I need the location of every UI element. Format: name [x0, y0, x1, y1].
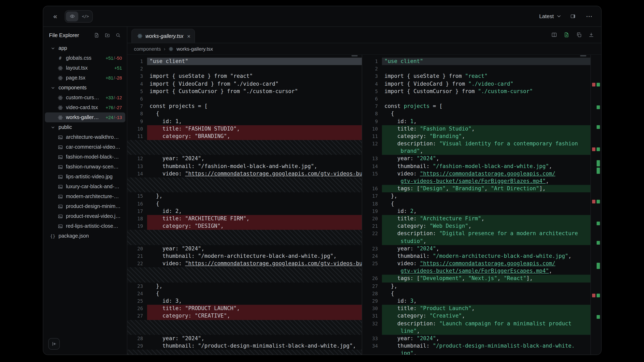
line-number: [362, 328, 382, 335]
code-line: 17 },: [362, 193, 590, 200]
collapse-panel-button[interactable]: «: [50, 11, 60, 22]
diff-editor: 1"use client"23import { useState } from …: [127, 54, 601, 355]
tree-file-page.tsx[interactable]: page.tsx+81/-28: [45, 73, 125, 83]
ruler-addition-mark: [596, 168, 600, 174]
image-icon: [57, 154, 63, 160]
line-number: 4: [127, 80, 147, 87]
tree-folder-components[interactable]: components: [45, 83, 125, 93]
code-line: jpg",: [362, 350, 590, 355]
tree-file-fashion-model-black-[interactable]: fashion-model-black-…: [45, 152, 125, 162]
line-number: 10: [127, 125, 147, 132]
tree-file-luxury-car-black-and-[interactable]: luxury-car-black-and-…: [45, 182, 125, 192]
code-line: 20 year: "2024",: [127, 245, 362, 252]
copy-file-button[interactable]: [574, 30, 584, 40]
version-dropdown[interactable]: Latest: [539, 13, 562, 19]
line-number: 17: [362, 193, 382, 200]
new-file-button[interactable]: [92, 30, 101, 40]
file-explorer-title: File Explorer: [49, 32, 79, 38]
tree-file-product-design-minim[interactable]: product-design-minim…: [45, 201, 125, 211]
close-tab-icon[interactable]: ×: [187, 33, 190, 39]
added-code-line: 31 category: "Creative",: [362, 312, 590, 320]
code-line: 9 id: 1,: [127, 118, 362, 125]
file-name: fashion-runway-scen…: [66, 164, 119, 170]
original-code: 1"use client"23import { useState } from …: [127, 55, 362, 355]
ruler-deletion-mark: [592, 147, 596, 151]
line-number: 27: [362, 282, 382, 290]
view-toggle: </>: [65, 10, 93, 22]
line-number: 2: [127, 65, 147, 72]
ruler-addition-mark: [596, 147, 600, 151]
new-folder-button[interactable]: [102, 30, 112, 40]
code-toggle-button[interactable]: </>: [79, 11, 92, 21]
react-icon: [57, 75, 63, 81]
collapsed-region: [127, 140, 362, 155]
diff-pane-modified: 1"use client"23import { useState } from …: [362, 55, 590, 355]
code-line: 3import { useState } from "react": [362, 73, 590, 80]
line-number: 15: [362, 170, 382, 177]
preview-toggle-button[interactable]: [66, 11, 78, 21]
line-number: 7: [362, 102, 382, 110]
code-line: 23 year: "2024",: [362, 245, 590, 252]
tree-file-architecture-walkthro[interactable]: architecture-walkthro…: [45, 132, 125, 142]
tab-works-gallery[interactable]: works-gallery.tsx ×: [132, 29, 195, 43]
line-number: 14: [127, 170, 147, 177]
ruler-deletion-mark: [592, 200, 596, 203]
tree-file-red-lips-artistic-close[interactable]: red-lips-artistic-close…: [45, 221, 125, 231]
collapsed-region: [127, 268, 362, 283]
code-icon: </>: [82, 14, 88, 18]
breadcrumb-folder[interactable]: components: [134, 46, 161, 52]
tree-file-fashion-runway-scen[interactable]: fashion-runway-scen…: [45, 162, 125, 172]
split-view-button[interactable]: [549, 30, 559, 40]
download-file-button[interactable]: [586, 30, 596, 40]
line-number: 16: [127, 200, 147, 207]
line-number: 11: [362, 133, 382, 140]
diff-stats: +81/-28: [103, 75, 122, 80]
ruler-addition-mark: [596, 125, 600, 129]
collapse-sidebar-button[interactable]: [48, 338, 60, 350]
braces-icon: {}: [50, 233, 56, 239]
search-files-button[interactable]: [113, 30, 123, 40]
tree-file-globals.css[interactable]: #globals.css+51/-50: [45, 53, 125, 63]
tree-file-lips-artistic-video.jpg[interactable]: lips-artistic-video.jpg: [45, 172, 125, 182]
file-name: globals.css: [66, 55, 92, 61]
ruler-addition-mark: [596, 241, 600, 245]
tree-file-custom-curs[interactable]: custom-curs…+33/-12: [45, 93, 125, 102]
line-number: 9: [362, 118, 382, 125]
horizontal-scrollbar-thumb[interactable]: [352, 55, 358, 56]
code-line: 15 video: "https://commondatastorage.goo…: [362, 170, 590, 177]
tree-file-car-commercial-video[interactable]: car-commercial-video…: [45, 142, 125, 152]
tree-folder-public[interactable]: public: [45, 122, 125, 132]
more-options-button[interactable]: ⋯: [584, 11, 594, 22]
removed-code-line: 27 category: "CREATIVE",: [127, 312, 362, 320]
line-number: 26: [127, 305, 147, 312]
ellipsis-icon: ⋯: [586, 13, 592, 19]
code-line: 25 id: 3,: [127, 297, 362, 305]
file-name: modern-architecture-…: [66, 194, 119, 199]
code-line: 24 thumbnail: "/modern-architecture-blac…: [362, 253, 590, 260]
line-number: 23: [362, 245, 382, 252]
diff-view-button[interactable]: [562, 30, 572, 40]
tree-file-layout.tsx[interactable]: layout.tsx+51: [45, 63, 125, 73]
overview-ruler[interactable]: [590, 55, 601, 355]
react-icon: [57, 105, 63, 110]
code-line: 18 {: [362, 200, 590, 207]
panel-layout-button[interactable]: [567, 11, 578, 22]
tree-file-modern-architecture-[interactable]: modern-architecture-…: [45, 192, 125, 201]
tree-file-product-reveal-video.j[interactable]: product-reveal-video.j…: [45, 211, 125, 221]
ruler-deletion-mark: [592, 83, 596, 86]
line-number: 8: [362, 110, 382, 118]
file-name: layout.tsx: [66, 65, 88, 71]
version-label: Latest: [539, 13, 554, 19]
horizontal-scrollbar-thumb[interactable]: [580, 55, 586, 56]
line-number: 1: [127, 58, 147, 65]
tree-file-video-card.tsx[interactable]: video-card.tsx+76/-27: [45, 102, 125, 112]
line-number: [362, 177, 382, 185]
diff-stats: +51/-50: [103, 56, 122, 60]
tree-folder-app[interactable]: app: [45, 43, 125, 53]
code-line: 23 },: [127, 282, 362, 290]
file-name: custom-curs…: [66, 95, 99, 100]
image-icon: [57, 203, 63, 209]
line-number: 13: [362, 155, 382, 162]
tree-file-package.json[interactable]: {}package.json: [45, 231, 125, 241]
tree-file-works-galler[interactable]: works-galler…+24/-13: [45, 112, 125, 122]
